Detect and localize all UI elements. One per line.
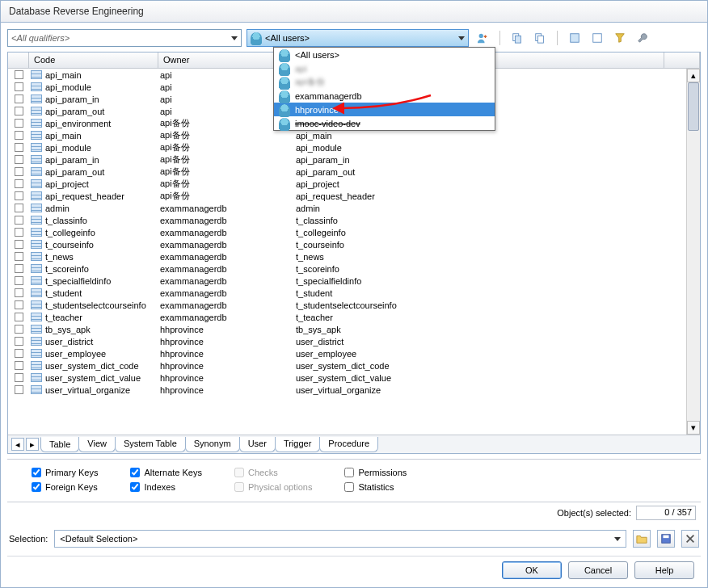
table-row[interactable]: t_scoreinfoexammanagerdbt_scoreinfo xyxy=(8,262,700,275)
checkbox[interactable] xyxy=(344,468,354,477)
row-checkbox[interactable] xyxy=(15,300,23,309)
row-checkbox[interactable] xyxy=(15,264,23,273)
row-checkbox[interactable] xyxy=(15,252,23,261)
user-dropdown-item[interactable]: <All users> xyxy=(274,48,495,61)
cancel-button[interactable]: Cancel xyxy=(568,561,628,579)
row-checkbox[interactable] xyxy=(15,204,23,212)
tab-nav-next[interactable]: ▸ xyxy=(26,438,39,451)
user-dropdown-item[interactable]: exammanagerdb xyxy=(274,89,495,103)
tab-user[interactable]: User xyxy=(239,437,276,452)
row-checkbox[interactable] xyxy=(15,179,23,188)
row-checkbox[interactable] xyxy=(15,373,23,382)
checkbox[interactable] xyxy=(130,482,140,492)
checkbox[interactable] xyxy=(344,482,354,492)
scroll-down-button[interactable]: ▾ xyxy=(687,421,700,435)
option-primary-keys[interactable]: Primary Keys xyxy=(32,468,98,477)
row-checkbox[interactable] xyxy=(15,119,23,128)
option-alternate-keys[interactable]: Alternate Keys xyxy=(130,468,202,477)
table-row[interactable]: user_virtual_organizehhprovinceuser_virt… xyxy=(8,384,700,396)
checkbox[interactable] xyxy=(32,468,41,477)
user-dropdown-item[interactable]: api xyxy=(274,61,495,75)
table-row[interactable]: t_specialfieldinfoexammanagerdbt_special… xyxy=(8,275,700,287)
row-checkbox[interactable] xyxy=(15,82,23,91)
tab-table[interactable]: Table xyxy=(40,437,79,452)
table-row[interactable]: t_studentexammanagerdbt_student xyxy=(8,287,700,299)
row-checkbox[interactable] xyxy=(15,155,23,164)
table-row[interactable]: t_teacherexammanagerdbt_teacher xyxy=(8,311,700,323)
user-dropdown-item[interactable]: hhprovince xyxy=(274,103,495,116)
tab-nav-prev[interactable]: ◂ xyxy=(11,438,24,451)
table-row[interactable]: api_mainapi备份api_main xyxy=(8,129,700,141)
row-checkbox[interactable] xyxy=(15,288,23,297)
row-checkbox[interactable] xyxy=(15,216,23,225)
row-checkbox[interactable] xyxy=(15,107,23,116)
row-checkbox[interactable] xyxy=(15,94,23,103)
table-row[interactable]: api_param_inapi备份api_param_in xyxy=(8,153,700,166)
tab-synonym[interactable]: Synonym xyxy=(185,437,240,452)
row-checkbox[interactable] xyxy=(15,276,23,285)
scroll-track[interactable] xyxy=(687,82,700,421)
row-checkbox[interactable] xyxy=(15,337,23,346)
row-checkbox[interactable] xyxy=(15,191,23,200)
row-checkbox[interactable] xyxy=(15,228,23,237)
row-checkbox[interactable] xyxy=(15,240,23,249)
option-permissions[interactable]: Permissions xyxy=(344,468,407,477)
table-row[interactable]: user_employeehhprovinceuser_employee xyxy=(8,347,700,359)
option-indexes[interactable]: Indexes xyxy=(130,482,202,492)
deselect-all-button[interactable] xyxy=(588,29,606,47)
scroll-up-button[interactable]: ▴ xyxy=(687,69,700,82)
user-dropdown-item[interactable]: api备份 xyxy=(274,75,495,89)
table-row[interactable]: t_courseinfoexammanagerdbt_courseinfo xyxy=(8,238,700,250)
filter-button[interactable] xyxy=(611,29,629,47)
row-checkbox[interactable] xyxy=(15,70,23,79)
table-row[interactable]: t_studentselectcourseinfoexammanagerdbt_… xyxy=(8,299,700,311)
table-row[interactable]: api_projectapi备份api_project xyxy=(8,178,700,190)
table-row[interactable]: t_newsexammanagerdbt_news xyxy=(8,250,700,262)
selection-open-button[interactable] xyxy=(633,530,651,548)
table-row[interactable]: user_districthhprovinceuser_district xyxy=(8,335,700,347)
add-user-button[interactable] xyxy=(474,29,491,47)
qualifier-combo[interactable]: <All qualifiers> xyxy=(7,29,242,47)
ok-button[interactable]: OK xyxy=(502,561,562,579)
table-row[interactable]: adminexammanagerdbadmin xyxy=(8,202,700,214)
row-checkbox[interactable] xyxy=(15,385,23,394)
scroll-thumb[interactable] xyxy=(688,82,699,131)
select-all-button[interactable] xyxy=(566,29,584,47)
row-checkbox[interactable] xyxy=(15,349,23,358)
selection-combo[interactable]: <Default Selection> xyxy=(54,530,626,548)
row-checkbox[interactable] xyxy=(15,131,23,140)
tab-procedure[interactable]: Procedure xyxy=(319,437,378,452)
table-row[interactable]: user_system_dict_valuehhprovinceuser_sys… xyxy=(8,372,700,384)
table-row[interactable]: api_moduleapi备份api_module xyxy=(8,141,700,153)
row-checkbox[interactable] xyxy=(15,313,23,321)
column-header-code[interactable]: Code xyxy=(29,52,158,68)
row-checkbox[interactable] xyxy=(15,361,23,370)
table-row[interactable]: t_classinfoexammanagerdbt_classinfo xyxy=(8,214,700,226)
checkbox[interactable] xyxy=(32,482,41,492)
tab-system-table[interactable]: System Table xyxy=(115,437,186,452)
user-dropdown[interactable]: <All users>apiapi备份exammanagerdbhhprovin… xyxy=(273,47,495,131)
help-button[interactable]: Help xyxy=(634,561,694,579)
tab-trigger[interactable]: Trigger xyxy=(275,437,320,452)
checkbox[interactable] xyxy=(130,468,140,477)
table-row[interactable]: api_request_headerapi备份api_request_heade… xyxy=(8,190,700,202)
table-row[interactable]: t_collegeinfoexammanagerdbt_collegeinfo xyxy=(8,226,700,238)
table-row[interactable]: tb_sys_apkhhprovincetb_sys_apk xyxy=(8,323,700,335)
user-dropdown-item[interactable]: imooc-video-dev xyxy=(274,116,495,130)
paste-button[interactable] xyxy=(531,29,549,47)
selection-delete-button[interactable] xyxy=(681,530,699,548)
row-checkbox[interactable] xyxy=(15,325,23,334)
vertical-scrollbar[interactable]: ▴ ▾ xyxy=(686,69,700,435)
table-row[interactable]: user_system_dict_codehhprovinceuser_syst… xyxy=(8,359,700,372)
user-combo[interactable]: <All users> xyxy=(247,29,469,47)
copy-button[interactable] xyxy=(508,29,526,47)
table-row[interactable]: api_param_outapi备份api_param_out xyxy=(8,166,700,178)
option-statistics[interactable]: Statistics xyxy=(344,482,407,492)
row-checkbox[interactable] xyxy=(15,167,23,176)
option-foreign-keys[interactable]: Foreign Keys xyxy=(32,482,98,492)
tab-view[interactable]: View xyxy=(78,437,116,452)
selection-save-button[interactable] xyxy=(657,530,675,548)
tools-button[interactable] xyxy=(634,29,651,47)
column-header-select[interactable] xyxy=(8,52,29,68)
row-checkbox[interactable] xyxy=(15,143,23,152)
